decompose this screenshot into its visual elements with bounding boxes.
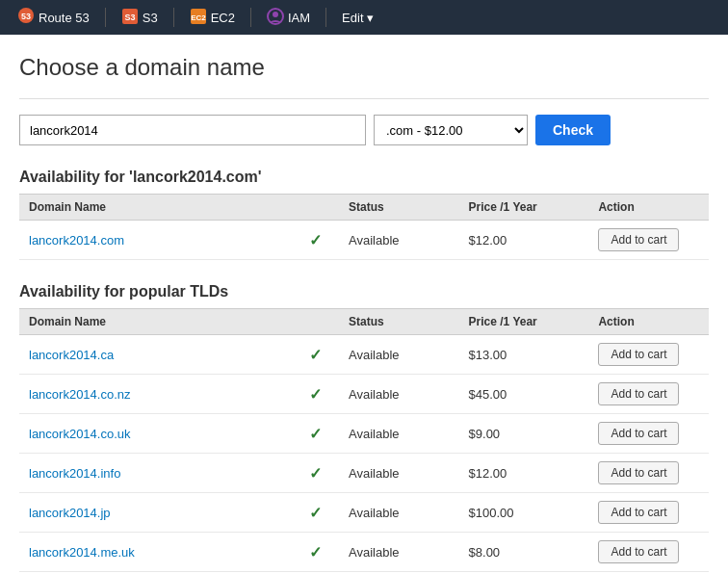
table-row: lancork2014.com ✓ Available $12.00 Add t… xyxy=(19,221,709,260)
domain-cell: lancork2014.me.uk xyxy=(19,533,299,572)
availability-table: Domain Name Status Price /1 Year Action … xyxy=(19,194,709,260)
action-cell: Add to cart xyxy=(588,454,709,493)
add-to-cart-button[interactable]: Add to cart xyxy=(598,343,679,366)
status-icon-cell: ✓ xyxy=(299,335,340,375)
nav-label-iam: IAM xyxy=(288,11,310,25)
col-header-status-pop: Status xyxy=(339,309,459,335)
add-to-cart-button[interactable]: Add to cart xyxy=(598,228,679,251)
status-icon-cell: ✓ xyxy=(299,533,340,572)
domain-link[interactable]: lancork2014.ca xyxy=(29,348,114,362)
page-title: Choose a domain name xyxy=(19,54,709,81)
col-header-price: Price /1 Year xyxy=(459,195,589,221)
add-to-cart-button[interactable]: Add to cart xyxy=(598,540,679,563)
nav-item-s3[interactable]: S3 S3 xyxy=(114,4,166,32)
svg-text:EC2: EC2 xyxy=(191,13,206,22)
check-mark-icon: ✓ xyxy=(309,505,322,521)
col-header-icon-pop xyxy=(299,309,340,335)
nav-edit-label: Edit xyxy=(342,11,363,25)
status-cell: Available xyxy=(339,221,459,260)
action-cell: Add to cart xyxy=(588,533,709,572)
domain-link[interactable]: lancork2014.co.uk xyxy=(29,427,131,441)
table-row: lancork2014.ca ✓ Available $13.00 Add to… xyxy=(19,335,709,375)
nav-divider-3 xyxy=(250,8,251,27)
s3-icon: S3 xyxy=(121,8,139,28)
popular-table: Domain Name Status Price /1 Year Action … xyxy=(19,308,709,574)
status-cell: Available xyxy=(339,493,459,533)
check-mark-icon: ✓ xyxy=(309,544,322,561)
main-content: Choose a domain name .com - $12.00 .net … xyxy=(0,35,728,574)
nav-item-route53[interactable]: 53 Route 53 xyxy=(10,3,97,33)
price-cell: $100.00 xyxy=(459,493,589,533)
action-cell: Add to cart xyxy=(588,375,709,414)
nav-label-ec2: EC2 xyxy=(211,11,235,25)
add-to-cart-button[interactable]: Add to cart xyxy=(598,461,679,484)
status-cell: Available xyxy=(339,335,459,375)
price-cell: $12.00 xyxy=(459,221,589,260)
nav-divider-1 xyxy=(105,8,106,27)
popular-section: Availability for popular TLDs Domain Nam… xyxy=(19,283,709,574)
nav-edit[interactable]: Edit ▾ xyxy=(334,7,380,29)
tld-select[interactable]: .com - $12.00 .net - $11.00 .org - $12.0… xyxy=(374,115,528,145)
add-to-cart-button[interactable]: Add to cart xyxy=(598,382,679,405)
status-icon-cell: ✓ xyxy=(299,414,340,454)
domain-link[interactable]: lancork2014.com xyxy=(29,233,124,248)
svg-point-7 xyxy=(273,12,278,17)
nav-divider-2 xyxy=(173,8,174,27)
domain-link[interactable]: lancork2014.jp xyxy=(29,506,111,520)
availability-section: Availability for 'lancork2014.com' Domai… xyxy=(19,169,709,260)
svg-text:53: 53 xyxy=(21,12,31,21)
add-to-cart-button[interactable]: Add to cart xyxy=(598,501,679,524)
table-row: lancork2014.co.uk ✓ Available $9.00 Add … xyxy=(19,414,709,454)
action-cell: Add to cart xyxy=(588,221,709,260)
check-mark-icon: ✓ xyxy=(309,465,322,482)
domain-link[interactable]: lancork2014.info xyxy=(29,466,120,481)
col-header-action-pop: Action xyxy=(588,309,709,335)
title-divider xyxy=(19,98,709,99)
check-mark-icon: ✓ xyxy=(309,426,322,442)
table-row: lancork2014.jp ✓ Available $100.00 Add t… xyxy=(19,493,709,533)
nav-divider-4 xyxy=(325,8,326,27)
domain-cell: lancork2014.co.uk xyxy=(19,414,299,454)
domain-cell: lancork2014.co.nz xyxy=(19,375,299,414)
availability-section-title: Availability for 'lancork2014.com' xyxy=(19,169,709,186)
price-cell: $8.00 xyxy=(459,533,589,572)
price-cell: $13.00 xyxy=(459,335,589,375)
price-cell: $45.00 xyxy=(459,375,589,414)
route53-icon: 53 xyxy=(17,7,35,29)
ec2-icon: EC2 xyxy=(190,8,207,28)
status-cell: Available xyxy=(339,454,459,493)
status-cell: Available xyxy=(339,533,459,572)
nav-label-route53: Route 53 xyxy=(39,11,90,25)
price-cell: $9.00 xyxy=(459,414,589,454)
col-header-price-pop: Price /1 Year xyxy=(459,309,589,335)
price-cell: $12.00 xyxy=(459,454,589,493)
add-to-cart-button[interactable]: Add to cart xyxy=(598,422,679,445)
popular-table-header: Domain Name Status Price /1 Year Action xyxy=(19,309,709,335)
svg-text:S3: S3 xyxy=(124,13,135,22)
top-navigation: 53 Route 53 S3 S3 EC2 EC2 IAM Edit ▾ xyxy=(0,0,728,35)
check-button[interactable]: Check xyxy=(535,115,611,145)
status-cell: Available xyxy=(339,375,459,414)
chevron-down-icon: ▾ xyxy=(367,11,374,25)
iam-icon xyxy=(267,8,284,28)
popular-section-title: Availability for popular TLDs xyxy=(19,283,709,300)
col-header-status-icon xyxy=(299,195,340,221)
availability-table-header: Domain Name Status Price /1 Year Action xyxy=(19,195,709,221)
domain-link[interactable]: lancork2014.me.uk xyxy=(29,545,135,560)
domain-cell: lancork2014.ca xyxy=(19,335,299,375)
search-row: .com - $12.00 .net - $11.00 .org - $12.0… xyxy=(19,115,709,145)
col-header-domain: Domain Name xyxy=(19,195,299,221)
action-cell: Add to cart xyxy=(588,335,709,375)
status-cell: Available xyxy=(339,414,459,454)
nav-item-ec2[interactable]: EC2 EC2 xyxy=(182,4,243,32)
col-header-domain-pop: Domain Name xyxy=(19,309,299,335)
nav-label-s3: S3 xyxy=(143,11,158,25)
domain-cell: lancork2014.com xyxy=(19,221,299,260)
nav-item-iam[interactable]: IAM xyxy=(259,4,318,32)
status-icon-cell: ✓ xyxy=(299,375,340,414)
domain-cell: lancork2014.info xyxy=(19,454,299,493)
domain-link[interactable]: lancork2014.co.nz xyxy=(29,387,131,402)
check-mark-icon: ✓ xyxy=(309,232,322,248)
table-row: lancork2014.co.nz ✓ Available $45.00 Add… xyxy=(19,375,709,414)
search-input[interactable] xyxy=(19,115,366,145)
